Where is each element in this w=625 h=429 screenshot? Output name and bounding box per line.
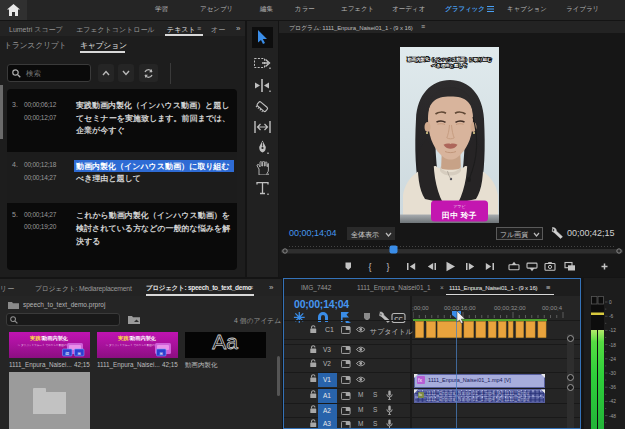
- svg-text:-36: -36: [609, 385, 616, 390]
- svg-text:-6: -6: [609, 314, 614, 319]
- svg-text:田中 玲子: 田中 玲子: [442, 210, 477, 219]
- svg-text:アマビ: アマビ: [453, 203, 465, 208]
- svg-text:-18: -18: [609, 343, 616, 348]
- svg-text:-24: -24: [609, 357, 616, 362]
- svg-text:-42: -42: [609, 399, 616, 404]
- svg-text:-12: -12: [609, 328, 616, 333]
- svg-text:畑: 畑: [65, 351, 69, 356]
- svg-text:CC: CC: [394, 316, 403, 322]
- svg-text:}: }: [386, 262, 389, 272]
- svg-text:実践!動画内製化: 実践!動画内製化: [29, 335, 69, 342]
- svg-text:Aa: Aa: [212, 332, 238, 353]
- svg-text:実践!動画内製化: 実践!動画内製化: [117, 335, 157, 342]
- svg-text:-30: -30: [609, 371, 616, 376]
- svg-text:-48: -48: [609, 414, 616, 419]
- svg-text:0: 0: [609, 300, 612, 305]
- svg-text:⊞: ⊞: [78, 351, 81, 356]
- svg-text:⊞: ⊞: [160, 351, 163, 356]
- svg-text:{: {: [368, 262, 371, 272]
